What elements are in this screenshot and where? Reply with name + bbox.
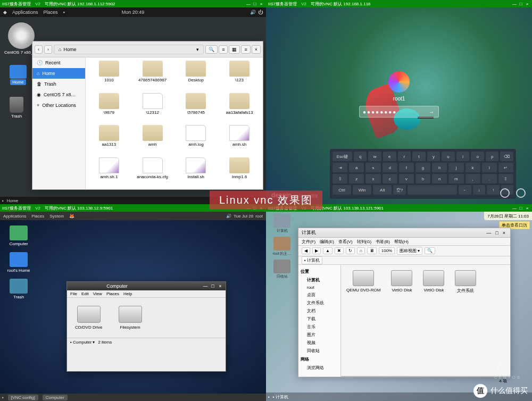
home-desktop-icon[interactable]: root 的主…	[268, 237, 296, 256]
file-item[interactable]: install.sh	[176, 157, 217, 187]
clock[interactable]: Mon 20:49	[122, 10, 145, 15]
forward-button[interactable]: ›	[44, 45, 52, 54]
menu-item[interactable]: 查看(V)	[338, 239, 353, 245]
key[interactable]: ⇥	[332, 163, 347, 172]
menu-item[interactable]: 编辑(E)	[320, 239, 334, 245]
menu-item[interactable]: 文件(F)	[302, 239, 315, 245]
key[interactable]: g	[415, 163, 430, 172]
menu-item[interactable]: 书签(B)	[376, 239, 390, 245]
volume-icon[interactable]: 🔊	[226, 214, 231, 219]
home-button[interactable]: ⌂	[357, 247, 365, 254]
key[interactable]: Win	[353, 185, 371, 195]
key[interactable]: Alt	[373, 185, 392, 195]
key[interactable]: y	[427, 152, 440, 161]
key[interactable]: c	[383, 174, 397, 183]
key[interactable]: b	[415, 174, 430, 183]
places-menu[interactable]: Places	[44, 10, 58, 15]
search-button[interactable]: 🔍	[205, 45, 218, 54]
volume-icon[interactable]: 🔊	[250, 10, 256, 15]
sidebar-item[interactable]: 桌面	[301, 291, 338, 299]
key[interactable]: ←	[459, 185, 471, 195]
back-button[interactable]: ‹	[35, 45, 43, 54]
close-button[interactable]: ×	[252, 45, 261, 54]
places-menu[interactable]: Places	[31, 214, 44, 219]
min-btn[interactable]: —	[202, 283, 209, 289]
task-computer[interactable]: ▪ 计算机	[273, 394, 288, 400]
shutdown-icon[interactable]	[516, 188, 526, 198]
sidebar-item[interactable]: 回收站	[301, 347, 338, 355]
drive-item[interactable]: VirtIO Disk	[423, 270, 444, 371]
key[interactable]: ⇧	[498, 174, 513, 183]
key[interactable]: o	[471, 152, 484, 161]
terminal-icon[interactable]: ▪	[63, 10, 65, 15]
max-btn[interactable]: □	[210, 283, 216, 289]
key[interactable]: ↵	[498, 163, 513, 172]
computer-desktop-icon[interactable]: 计算机	[268, 214, 296, 233]
key[interactable]: e	[383, 152, 396, 161]
sidebar-item[interactable]: 文档	[301, 307, 338, 315]
zoom-display[interactable]: 100%	[379, 247, 395, 254]
key[interactable]: a	[349, 163, 364, 172]
file-item[interactable]: amh.sh.1	[89, 157, 129, 187]
key[interactable]	[408, 185, 458, 195]
key[interactable]: 空?	[393, 185, 405, 195]
home-desktop-icon[interactable]: root's Home	[5, 252, 32, 273]
close-btn[interactable]: ×	[259, 2, 264, 6]
key[interactable]: .	[482, 174, 497, 183]
file-item[interactable]: \5786745	[176, 93, 217, 122]
path-bar[interactable]: ⌂Home▾	[54, 45, 204, 54]
key[interactable]: ↓	[473, 185, 485, 195]
file-item[interactable]: 478657486987	[132, 61, 173, 90]
file-item[interactable]: Desktop	[176, 61, 217, 90]
drive-item[interactable]: Filesystem	[119, 306, 142, 330]
key[interactable]: v	[399, 174, 414, 183]
key[interactable]: l	[482, 163, 497, 172]
key[interactable]: d	[383, 163, 397, 172]
key[interactable]: u	[442, 152, 455, 161]
reload-button[interactable]: ↻	[346, 247, 355, 254]
file-item[interactable]: amh.log	[176, 125, 217, 154]
stop-button[interactable]: ✖	[335, 247, 344, 254]
sidebar-recent[interactable]: 🕓 Recent	[32, 57, 85, 68]
menu-item[interactable]: File	[70, 291, 77, 296]
file-item[interactable]: \123	[219, 61, 260, 90]
cd-icon[interactable]	[8, 22, 35, 49]
task-computer[interactable]: Computer	[43, 395, 68, 400]
menu-item[interactable]: Edit	[81, 291, 89, 296]
forward-button[interactable]: ▶	[312, 247, 321, 254]
key[interactable]: s	[365, 163, 380, 172]
sidebar-other[interactable]: + Other Locations	[32, 100, 85, 111]
key[interactable]: p	[486, 152, 499, 161]
key[interactable]: x	[365, 174, 380, 183]
sidebar-item[interactable]: 下载	[301, 315, 338, 323]
menu-button[interactable]: ≡	[241, 45, 250, 54]
drive-item[interactable]: QEMU DVD-ROM	[346, 270, 380, 371]
sidebar-item[interactable]: 音乐	[301, 323, 338, 331]
file-item[interactable]: amh	[132, 125, 173, 154]
key[interactable]: r	[398, 152, 411, 161]
file-item[interactable]: 1010	[89, 61, 129, 90]
file-item[interactable]: amh.sh	[219, 125, 260, 154]
file-item[interactable]: aa13afafafs13	[219, 93, 260, 122]
computer-desktop-icon[interactable]: Computer	[5, 225, 32, 246]
key[interactable]: f	[399, 163, 414, 172]
file-item[interactable]: lnmp1.6	[219, 157, 260, 187]
key[interactable]: Esc键	[332, 152, 352, 161]
min-btn[interactable]: —	[485, 230, 493, 236]
file-item[interactable]: \12312	[132, 93, 173, 122]
sidebar-item[interactable]: root	[301, 284, 338, 291]
file-item[interactable]: \9879	[89, 93, 129, 122]
view-mode[interactable]: 图标视图 ▾	[397, 247, 422, 255]
applications-menu[interactable]: Applications	[3, 214, 26, 219]
sidebar-trash[interactable]: 🗑 Trash	[32, 79, 85, 89]
up-button[interactable]: ▲	[323, 247, 332, 254]
drive-item[interactable]: VirtIO Disk	[391, 270, 412, 371]
computer-button[interactable]: 🖥	[367, 247, 377, 254]
sidebar-item[interactable]: 视频	[301, 339, 338, 347]
trash-desktop-icon[interactable]: 回收站	[268, 260, 296, 279]
back-button[interactable]: ◀	[302, 247, 310, 254]
key[interactable]: Ctrl	[332, 185, 351, 195]
menu-item[interactable]: 帮助(H)	[394, 239, 409, 245]
file-item[interactable]: aa1313	[89, 125, 129, 154]
home-desktop-icon[interactable]: Home	[10, 65, 27, 85]
